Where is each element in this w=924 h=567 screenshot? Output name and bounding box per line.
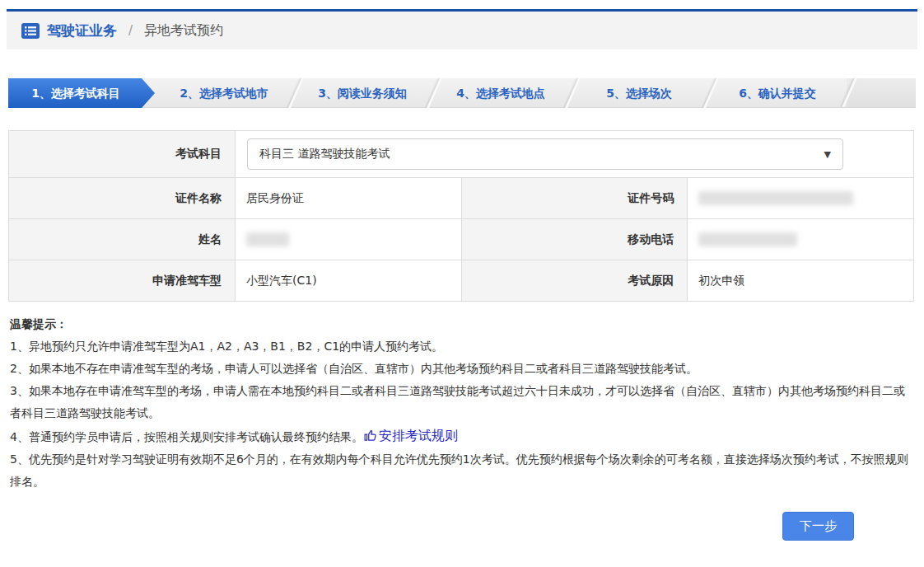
exam-rules-link-label: 安排考试规则 (379, 424, 458, 447)
list-icon (21, 23, 40, 39)
step-3-read-notice[interactable]: 3、阅读业务须知 (293, 78, 432, 108)
exam-subject-selected-value: 科目三 道路驾驶技能考试 (259, 147, 390, 162)
tip-item-5: 5、优先预约是针对学习驾驶证明有效期不足6个月的，在有效期内每个科目允许优先预约… (10, 448, 914, 493)
step-6-confirm-submit[interactable]: 6、确认并提交 (708, 78, 847, 108)
table-row: 考试科目 科目三 道路驾驶技能考试 ▼ (9, 131, 914, 178)
id-type-value: 居民身份证 (236, 178, 462, 219)
step-nav: 1、选择考试科目 2、选择考试地市 3、阅读业务须知 4、选择考试地点 5、选择… (8, 78, 916, 108)
step-5-select-session[interactable]: 5、选择场次 (570, 78, 708, 108)
tip-item-4-text: 4、普通预约学员申请后，按照相关规则安排考试确认最终预约结果。 (10, 430, 363, 443)
breadcrumb-section[interactable]: 驾驶证业务 (47, 21, 117, 40)
exam-appointment-page: 驾驶证业务 / 异地考试预约 1、选择考试科目 2、选择考试地市 3、阅读业务须… (0, 9, 924, 567)
breadcrumb-separator: / (128, 23, 133, 38)
table-row: 证件名称 居民身份证 证件号码 (9, 178, 914, 219)
tips-section: 温馨提示： 1、异地预约只允许申请准驾车型为A1，A2，A3，B1，B2，C1的… (10, 313, 914, 493)
vehicle-type-label: 申请准驾车型 (9, 260, 236, 302)
exam-subject-select[interactable]: 科目三 道路驾驶技能考试 ▼ (247, 138, 843, 170)
id-number-label: 证件号码 (461, 178, 688, 219)
name-label: 姓名 (9, 219, 236, 260)
tip-item-1: 1、异地预约只允许申请准驾车型为A1，A2，A3，B1，B2，C1的申请人预约考… (10, 335, 914, 358)
id-number-value-redacted (698, 191, 853, 205)
footer-actions: 下一步 (0, 512, 924, 541)
exam-subject-label: 考试科目 (9, 131, 236, 178)
tip-item-3: 3、如果本地存在申请准驾车型的考场，申请人需在本地预约科目二或者科目三道路驾驶技… (10, 380, 914, 424)
breadcrumb-current: 异地考试预约 (144, 22, 223, 40)
tip-item-4: 4、普通预约学员申请后，按照相关规则安排考试确认最终预约结果。安排考试规则 (10, 424, 914, 448)
exam-rules-link[interactable]: 安排考试规则 (363, 424, 458, 447)
applicant-info-table: 考试科目 科目三 道路驾驶技能考试 ▼ 证件名称 居民身份证 证件号码 姓名 移… (8, 130, 914, 302)
table-row: 姓名 移动电话 (9, 219, 914, 260)
tips-title: 温馨提示： (10, 313, 914, 335)
breadcrumb: 驾驶证业务 / 异地考试预约 (7, 12, 917, 49)
name-value-redacted (246, 232, 289, 246)
step-1-select-subject[interactable]: 1、选择考试科目 (8, 78, 155, 108)
exam-reason-label: 考试原因 (461, 260, 688, 302)
mobile-label: 移动电话 (461, 219, 688, 260)
vehicle-type-value: 小型汽车(C1) (236, 260, 462, 302)
tip-item-2: 2、如果本地不存在申请准驾车型的考场，申请人可以选择省（自治区、直辖市）内其他考… (10, 358, 914, 380)
thumb-up-icon (363, 429, 377, 443)
step-nav-filler (847, 78, 916, 107)
chevron-down-icon: ▼ (824, 149, 831, 160)
mobile-value-redacted (698, 232, 797, 246)
table-row: 申请准驾车型 小型汽车(C1) 考试原因 初次申领 (9, 260, 914, 302)
step-4-select-site[interactable]: 4、选择考试地点 (432, 78, 570, 108)
step-2-select-city[interactable]: 2、选择考试地市 (155, 78, 293, 108)
id-type-label: 证件名称 (9, 178, 236, 219)
exam-reason-value: 初次申领 (688, 260, 914, 302)
header-bar: 驾驶证业务 / 异地考试预约 (7, 9, 917, 49)
next-step-button[interactable]: 下一步 (782, 512, 854, 541)
